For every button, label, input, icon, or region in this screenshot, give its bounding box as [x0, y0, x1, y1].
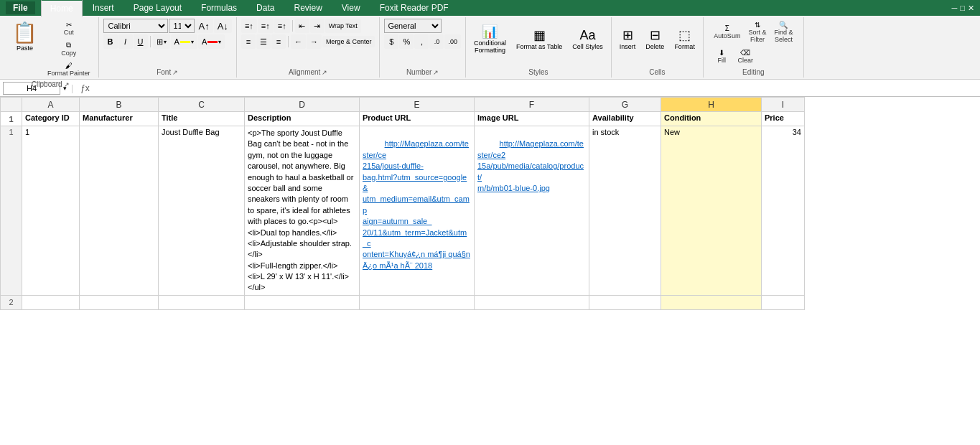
increase-decimal-button[interactable]: .0	[429, 34, 444, 49]
cell-A2[interactable]: 1	[22, 126, 80, 296]
font-expand-icon[interactable]: ↗	[172, 69, 178, 76]
font-grow-button[interactable]: A↑	[195, 19, 213, 33]
cell-G2[interactable]: in stock	[589, 126, 661, 296]
dollar-button[interactable]: $	[384, 34, 398, 49]
paste-button[interactable]: 📋 Paste	[7, 19, 42, 54]
cell-B2[interactable]	[80, 126, 159, 296]
cell-F1[interactable]: Image URL	[475, 112, 589, 126]
cell-E3[interactable]	[360, 295, 475, 309]
clear-button[interactable]: ⌫ Clear	[734, 47, 757, 66]
formula-input[interactable]	[95, 82, 977, 95]
merge-center-button[interactable]: Merge & Center	[322, 36, 375, 47]
find-select-button[interactable]: 🔍 Find &Select	[770, 19, 796, 45]
cell-C1[interactable]: Title	[159, 112, 245, 126]
border-button[interactable]: ⊞▾	[153, 34, 170, 49]
font-name-select[interactable]: Calibri	[103, 19, 168, 33]
tab-formulas[interactable]: Formulas	[192, 0, 246, 17]
delete-button[interactable]: ⊟ Delete	[642, 19, 668, 59]
cell-I3[interactable]	[762, 295, 805, 309]
col-header-D[interactable]: D	[245, 98, 360, 112]
align-center-button[interactable]: ☰	[256, 34, 271, 49]
file-tab[interactable]: File	[6, 1, 35, 14]
font-shrink-button[interactable]: A↓	[214, 19, 232, 33]
clipboard-expand-icon[interactable]: ↗	[64, 81, 70, 88]
cell-H3[interactable]	[661, 295, 762, 309]
font-size-select[interactable]: 11	[169, 19, 195, 33]
maximize-btn[interactable]: □	[960, 4, 965, 13]
copy-button[interactable]: ⧉ Copy	[44, 39, 94, 59]
minimize-btn[interactable]: ─	[952, 4, 958, 13]
col-header-F[interactable]: F	[475, 98, 589, 112]
number-format-select[interactable]: General	[384, 19, 442, 33]
font-color-button[interactable]: A ▾	[198, 34, 225, 49]
cell-I2[interactable]: 34	[762, 126, 805, 296]
wrap-text-button[interactable]: Wrap Text	[325, 19, 361, 33]
cell-D3[interactable]	[245, 295, 360, 309]
alignment-expand-icon[interactable]: ↗	[322, 69, 327, 76]
cell-B3[interactable]	[80, 295, 159, 309]
rtl-button[interactable]: ←	[291, 34, 306, 49]
underline-button[interactable]: U	[134, 34, 148, 49]
format-as-table-button[interactable]: ▦ Format as Table	[513, 19, 566, 59]
cell-D1[interactable]: Description	[245, 112, 360, 126]
spreadsheet-container[interactable]: A B C D E F G H I 1 Category ID Manufact…	[0, 97, 980, 427]
align-left-button[interactable]: ≡	[241, 34, 256, 49]
cell-E2[interactable]: http://Mageplaza.com/tester/ce215a/joust…	[360, 126, 475, 296]
cell-F3[interactable]	[475, 295, 589, 309]
col-header-B[interactable]: B	[80, 98, 159, 112]
col-header-G[interactable]: G	[589, 98, 661, 112]
sort-filter-button[interactable]: ⇅ Sort &Filter	[745, 19, 770, 45]
col-header-H[interactable]: H	[661, 98, 762, 112]
cell-I1[interactable]: Price	[762, 112, 805, 126]
decrease-indent-button[interactable]: ⇤	[295, 19, 309, 33]
cell-D2[interactable]: <p>The sporty Joust Duffle Bag can't be …	[245, 126, 360, 296]
increase-indent-button[interactable]: ⇥	[310, 19, 325, 33]
cell-H2[interactable]: New	[661, 126, 762, 296]
align-top-left-button[interactable]: ≡↑	[241, 19, 257, 33]
tab-data[interactable]: Data	[248, 0, 284, 17]
cell-A3[interactable]	[22, 295, 80, 309]
tab-view[interactable]: View	[333, 0, 370, 17]
cell-C2[interactable]: Joust Duffle Bag	[159, 126, 245, 296]
cut-button[interactable]: ✂ Cut	[44, 19, 94, 38]
cell-A1[interactable]: Category ID	[22, 112, 80, 126]
tab-page-layout[interactable]: Page Layout	[125, 0, 191, 17]
col-header-I[interactable]: I	[762, 98, 805, 112]
cell-E1[interactable]: Product URL	[360, 112, 475, 126]
image-url-link[interactable]: http://Mageplaza.com/tester/ce215a/pub/m…	[477, 139, 584, 192]
align-top-center-button[interactable]: ≡↑	[258, 19, 274, 33]
cell-H1[interactable]: Condition	[661, 112, 762, 126]
format-painter-button[interactable]: 🖌 Format Painter	[44, 60, 94, 79]
product-url-link[interactable]: http://Mageplaza.com/tester/ce215a/joust…	[363, 139, 470, 269]
cell-G3[interactable]	[589, 295, 661, 309]
format-button[interactable]: ⬚ Format	[671, 19, 699, 59]
cell-C3[interactable]	[159, 295, 245, 309]
percent-button[interactable]: %	[399, 34, 414, 49]
close-btn[interactable]: ✕	[968, 4, 974, 13]
col-header-C[interactable]: C	[159, 98, 245, 112]
fill-color-button[interactable]: A ▾	[171, 34, 197, 49]
tab-review[interactable]: Review	[285, 0, 331, 17]
ltr-button[interactable]: →	[307, 34, 322, 49]
styles-group: 📊 ConditionalFormatting ▦ Format as Tabl…	[466, 17, 612, 78]
bold-button[interactable]: B	[103, 34, 118, 49]
insert-button[interactable]: ⊞ Insert	[616, 19, 640, 59]
cell-B1[interactable]: Manufacturer	[80, 112, 159, 126]
cell-styles-button[interactable]: Aa Cell Styles	[569, 19, 607, 59]
align-top-right-button[interactable]: ≡↑	[274, 19, 290, 33]
italic-button[interactable]: I	[118, 34, 133, 49]
fill-button[interactable]: ⬇ Fill	[710, 47, 733, 66]
conditional-formatting-button[interactable]: 📊 ConditionalFormatting	[470, 19, 510, 59]
cell-G1[interactable]: Availability	[589, 112, 661, 126]
cell-F2[interactable]: http://Mageplaza.com/tester/ce215a/pub/m…	[475, 126, 589, 296]
comma-button[interactable]: ,	[414, 34, 429, 49]
align-right-button[interactable]: ≡	[271, 34, 286, 49]
col-header-A[interactable]: A	[22, 98, 80, 112]
number-expand-icon[interactable]: ↗	[433, 69, 439, 76]
tab-insert[interactable]: Insert	[84, 0, 123, 17]
col-header-E[interactable]: E	[360, 98, 475, 112]
tab-foxit[interactable]: Foxit Reader PDF	[371, 0, 458, 17]
autosum-button[interactable]: Σ AutoSum	[710, 22, 744, 42]
decrease-decimal-button[interactable]: .00	[444, 34, 461, 49]
tab-home[interactable]: Home	[41, 0, 83, 17]
